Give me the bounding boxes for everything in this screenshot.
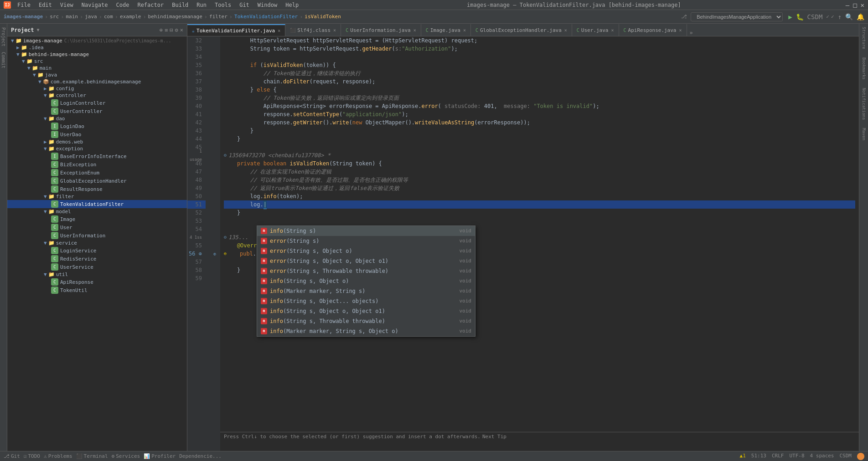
- tab-slf4j-close[interactable]: ×: [333, 28, 336, 33]
- breadcrumb-filter[interactable]: filter: [209, 14, 227, 20]
- git-status-item[interactable]: ⎇ Git: [4, 453, 20, 459]
- more-tabs-button[interactable]: »: [687, 30, 696, 36]
- tree-item-model[interactable]: ▼ 📁 model: [7, 208, 187, 215]
- panel-dropdown-icon[interactable]: ▼: [37, 27, 40, 32]
- tab-user-info-close[interactable]: ×: [413, 28, 416, 33]
- settings-icon[interactable]: ⚙: [175, 27, 178, 33]
- tree-item-dao[interactable]: ▼ 📁 dao: [7, 115, 187, 122]
- tree-item-user-info[interactable]: C UserInformation: [7, 231, 187, 240]
- tree-item-redis-svc[interactable]: C RedisService: [7, 255, 187, 263]
- ac-item-3[interactable]: m error(String s, Object o, Object o1) v…: [257, 256, 475, 266]
- breadcrumb-example[interactable]: example: [120, 14, 141, 20]
- git-push[interactable]: ↑: [838, 13, 842, 20]
- tree-item-src[interactable]: ▼ 📁 src: [7, 58, 187, 65]
- menu-help[interactable]: Help: [282, 0, 302, 10]
- breadcrumb-java[interactable]: java: [85, 14, 97, 20]
- ac-item-2[interactable]: m error(String s, Object o) void: [257, 246, 475, 256]
- tab-global-exc-close[interactable]: ×: [564, 28, 567, 33]
- deps-status-item[interactable]: Dependencie...: [179, 453, 222, 459]
- tree-item-base-error[interactable]: I BaseErrorInfoInterface: [7, 152, 187, 160]
- profiler-status-item[interactable]: 📊 Profiler: [144, 453, 176, 459]
- menu-navigate[interactable]: Navigate: [78, 0, 112, 10]
- tree-item-global-exc[interactable]: C GlobalExceptionHandler: [7, 177, 187, 185]
- commit-tab[interactable]: Commit: [0, 50, 6, 70]
- tree-item-demos-web[interactable]: ▶ 📁 demos.web: [7, 138, 187, 145]
- breadcrumb-src[interactable]: src: [50, 14, 59, 20]
- tree-item-result-resp[interactable]: C ResultResponse: [7, 185, 187, 193]
- project-tab[interactable]: Project: [0, 26, 6, 48]
- tree-item-com-package[interactable]: ▼ 📦 com.example.behindimagesmanage: [7, 78, 187, 85]
- collapse-all-icon[interactable]: ⊟: [170, 27, 173, 33]
- maximize-button[interactable]: □: [853, 1, 857, 9]
- ac-item-6[interactable]: m info(Marker marker, String s) void: [257, 286, 475, 296]
- menu-edit[interactable]: Edit: [35, 0, 56, 10]
- tree-item-behind-images[interactable]: ▼ 📁 behind-images-manage: [7, 51, 187, 58]
- tab-image[interactable]: C Image.java ×: [421, 24, 471, 36]
- tree-item-main[interactable]: ▼ 📁 main: [7, 65, 187, 72]
- tree-item-login-svc[interactable]: C LoginService: [7, 246, 187, 255]
- menu-view[interactable]: View: [57, 0, 77, 10]
- breadcrumb-class[interactable]: TokenValidationFilter: [234, 14, 298, 20]
- tree-item-idea[interactable]: ▶ 📁 .idea: [7, 44, 187, 51]
- problems-status-item[interactable]: ⚠ Problems: [44, 453, 72, 459]
- branch-selector[interactable]: BehindImagesManageApplication: [691, 12, 783, 21]
- debug-button[interactable]: 🐛: [796, 13, 804, 20]
- ac-item-0[interactable]: m info(String s) void: [257, 226, 475, 236]
- menu-git[interactable]: Git: [236, 0, 253, 10]
- ac-item-4[interactable]: m error(String s, Throwable throwable) v…: [257, 266, 475, 276]
- menu-file[interactable]: File: [14, 0, 34, 10]
- menu-refactor[interactable]: Refactor: [134, 0, 167, 10]
- footer-link[interactable]: Next Tip: [482, 433, 506, 441]
- notifications-button[interactable]: 🔔: [857, 13, 864, 20]
- tree-item-image[interactable]: C Image: [7, 215, 187, 223]
- ac-item-1[interactable]: m error(String s) void: [257, 236, 475, 246]
- ac-item-8[interactable]: m info(String s, Object o, Object o1) vo…: [257, 306, 475, 316]
- menu-code[interactable]: Code: [113, 0, 133, 10]
- tab-user[interactable]: C User.java ×: [572, 24, 619, 36]
- ac-item-7[interactable]: m info(String s, Object... objects) void: [257, 296, 475, 306]
- tab-user-info[interactable]: C UserInformation.java ×: [341, 24, 421, 36]
- tab-image-close[interactable]: ×: [463, 28, 466, 33]
- structure-tab[interactable]: Structure: [861, 26, 867, 51]
- tree-item-exc-enum[interactable]: C ExceptionEnum: [7, 169, 187, 177]
- menu-run[interactable]: Run: [193, 0, 210, 10]
- tab-api-resp[interactable]: C ApiResponse.java ×: [619, 24, 687, 36]
- run-button[interactable]: ▶: [788, 13, 792, 20]
- tree-item-api-response[interactable]: C ApiResponse: [7, 278, 187, 286]
- tab-token-filter-close[interactable]: ×: [278, 28, 280, 33]
- close-button[interactable]: ✕: [861, 1, 864, 9]
- menu-build[interactable]: Build: [168, 0, 192, 10]
- tree-item-exception[interactable]: ▼ 📁 exception: [7, 145, 187, 152]
- tab-token-filter[interactable]: ☕ TokenValidationFilter.java ×: [187, 24, 285, 36]
- tree-item-user-controller[interactable]: C UserController: [7, 107, 187, 115]
- menu-window[interactable]: Window: [254, 0, 281, 10]
- maven-tab[interactable]: Maven: [861, 127, 867, 142]
- todo-status-item[interactable]: ☑ TODO: [24, 453, 40, 459]
- project-name[interactable]: images-manage: [4, 14, 43, 20]
- breadcrumb-behindimagesmanage[interactable]: behindimagesmanage: [148, 14, 202, 20]
- tree-item-user-dao[interactable]: I UserDao: [7, 130, 187, 138]
- services-status-item[interactable]: ⚙ Services: [112, 453, 140, 459]
- expand-all-icon[interactable]: ≡: [165, 27, 168, 33]
- tree-item-login-dao[interactable]: I LoginDao: [7, 122, 187, 130]
- tree-item-filter[interactable]: ▼ 📁 filter: [7, 193, 187, 200]
- close-panel-icon[interactable]: ×: [180, 27, 183, 33]
- tree-item-util[interactable]: ▼ 📁 util: [7, 271, 187, 278]
- tab-api-resp-close[interactable]: ×: [679, 28, 682, 33]
- tree-item-biz-exc[interactable]: C BizException: [7, 160, 187, 169]
- terminal-status-item[interactable]: ⬛ Terminal: [76, 453, 108, 459]
- code-content[interactable]: HttpServletRequest httpServletRequest = …: [220, 36, 859, 451]
- tree-item-login-controller[interactable]: C LoginController: [7, 99, 187, 107]
- bookmarks-tab[interactable]: Bookmarks: [861, 56, 867, 81]
- menu-tools[interactable]: Tools: [211, 0, 235, 10]
- search-button[interactable]: 🔍: [845, 13, 853, 20]
- tab-global-exc[interactable]: C GlobalExceptionHandler.java ×: [471, 24, 572, 36]
- ac-item-5[interactable]: m info(String s, Object o) void: [257, 276, 475, 286]
- locate-icon[interactable]: ⊕: [160, 27, 163, 33]
- tree-item-service[interactable]: ▼ 📁 service: [7, 240, 187, 246]
- ac-item-9[interactable]: m info(String s, Throwable throwable) vo…: [257, 316, 475, 326]
- breadcrumb-com[interactable]: com: [104, 14, 113, 20]
- tree-item-user-svc[interactable]: C UserService: [7, 263, 187, 271]
- tree-item-user[interactable]: C User: [7, 223, 187, 231]
- tree-item-images-manage[interactable]: ▼ 📁 images-manage C:\Users\15031\IdeaPro…: [7, 37, 187, 44]
